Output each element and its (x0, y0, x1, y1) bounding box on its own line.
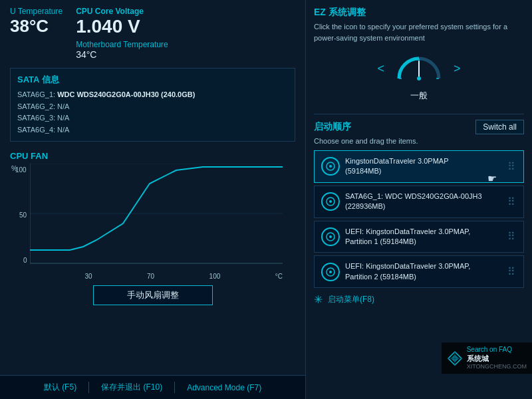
advanced-mode-key-label: (F7) (247, 383, 261, 392)
right-panel: EZ 系统调整 Click the icon to specify your p… (306, 0, 532, 399)
fan-x-labels: 30 70 100 °C (30, 273, 283, 280)
watermark: Search on FAQ 系统城 XITONGCHENG.COM (442, 342, 532, 374)
svg-point-16 (329, 271, 332, 273)
boot-header: 启动顺序 Switch all (314, 120, 524, 134)
boot-icon-1 (321, 157, 340, 176)
watermark-search: Search on FAQ (467, 345, 527, 354)
save-exit-key[interactable]: 保存并退出 (F10) (89, 382, 175, 393)
boot-drag-3[interactable]: ⠿ (507, 230, 517, 243)
boot-name-2: SATA6G_1: WDC WDS240G2G0A-00JH3(228936MB… (345, 192, 502, 212)
fan-y-50: 50 (19, 211, 27, 219)
gauge-svg (392, 49, 446, 85)
svg-point-5 (417, 76, 421, 80)
ez-section: EZ 系统调整 Click the icon to specify your p… (314, 7, 524, 102)
default-key[interactable]: 默认 (F5) (32, 382, 89, 393)
boot-name-3: UEFI: KingstonDataTraveler 3.0PMAP,Parti… (345, 227, 502, 247)
fan-title: CPU FAN (10, 151, 295, 161)
boot-icon-2 (321, 192, 340, 211)
boot-drag-4[interactable]: ⠿ (507, 265, 517, 278)
fan-x-100: 100 (209, 273, 221, 280)
sata-value-1: WDC WDS240G2G0A-00JH30 (240.0GB) (57, 90, 195, 98)
section-divider (314, 114, 524, 114)
gauge-next-button[interactable]: > (454, 62, 461, 76)
save-exit-label: 保存并退出 (101, 382, 141, 392)
boot-item-2[interactable]: SATA6G_1: WDC WDS240G2G0A-00JH3(228936MB… (314, 186, 524, 218)
boot-drag-2[interactable]: ⠿ (507, 196, 517, 208)
fan-y-100: 100 (15, 166, 27, 174)
save-exit-key-label: (F10) (143, 382, 162, 392)
fan-x-30: 30 (84, 273, 92, 280)
mb-temp-label: Motherboard Temperature (76, 40, 295, 49)
boot-menu-label: 启动菜单(F8) (328, 294, 374, 305)
svg-point-12 (329, 200, 332, 203)
main-container: U Temperature 38°C CPU Core Voltage 1.04… (0, 0, 532, 399)
sata-item-2: SATA6G_2: N/A (17, 101, 288, 113)
drag-cursor-1: ☛ (487, 172, 497, 185)
voltage-label: CPU Core Voltage (76, 7, 295, 16)
gauge-prev-button[interactable]: < (377, 62, 384, 76)
fan-x-unit: °C (275, 273, 283, 280)
gauge-label: 一般 (314, 90, 524, 102)
sata-item-3: SATA6G_3: N/A (17, 112, 288, 124)
fan-x-70: 70 (147, 273, 154, 280)
gauge-container: < > (314, 49, 524, 88)
cpu-temp-label: U Temperature (10, 7, 63, 16)
default-key-label: (F5) (62, 382, 76, 392)
svg-point-10 (329, 165, 332, 168)
cpu-temp-group: U Temperature 38°C (10, 7, 63, 37)
sata-section: SATA 信息 SATA6G_1: WDC WDS240G2G0A-00JH30… (10, 68, 295, 142)
watermark-diamond-icon (447, 350, 463, 366)
gauge-display (392, 49, 446, 88)
boot-title: 启动顺序 (314, 121, 351, 133)
ez-desc: Click the icon to specify your preferred… (314, 21, 524, 43)
boot-item-4[interactable]: UEFI: KingstonDataTraveler 3.0PMAP,Parti… (314, 255, 524, 288)
fan-y-0: 0 (23, 257, 27, 264)
svg-point-14 (329, 235, 332, 238)
boot-subtitle: Choose one and drag the items. (314, 137, 524, 145)
bottom-bar: 默认 (F5) 保存并退出 (F10) Advanced Mode (F7) (0, 375, 305, 399)
boot-name-1: KingstonDataTraveler 3.0PMAP(59184MB) (345, 156, 502, 177)
ez-title: EZ 系统调整 (314, 7, 524, 19)
mb-temp-value: 34°C (76, 49, 295, 60)
boot-menu-icon: ✳ (314, 293, 323, 306)
sata-item-4: SATA6G_4: N/A (17, 124, 288, 136)
left-panel: U Temperature 38°C CPU Core Voltage 1.04… (0, 0, 306, 399)
fan-manual-button[interactable]: 手动风扇调整 (93, 285, 213, 305)
boot-icon-3 (321, 227, 340, 246)
fan-section: CPU FAN % 100 50 0 30 (10, 151, 295, 305)
watermark-url: XITONGCHENG.COM (467, 363, 527, 371)
voltage-section: CPU Core Voltage 1.040 V Motherboard Tem… (76, 7, 295, 60)
boot-icon-4 (321, 263, 340, 281)
switch-all-button[interactable]: Switch all (475, 120, 524, 134)
sata-label-1: SATA6G_1: (17, 90, 57, 98)
advanced-mode-key[interactable]: Advanced Mode (F7) (175, 383, 273, 392)
voltage-value: 1.040 V (76, 16, 295, 37)
boot-menu[interactable]: ✳ 启动菜单(F8) (314, 293, 524, 306)
boot-drag-1[interactable]: ⠿ (507, 160, 517, 173)
boot-name-4: UEFI: KingstonDataTraveler 3.0PMAP,Parti… (345, 261, 502, 282)
cpu-temp-value: 38°C (10, 16, 63, 37)
watermark-site-name: 系统城 (467, 354, 527, 363)
advanced-mode-label: Advanced Mode (187, 383, 245, 392)
sata-title: SATA 信息 (17, 74, 288, 86)
boot-item-1[interactable]: KingstonDataTraveler 3.0PMAP(59184MB) ⠿ … (314, 150, 524, 183)
temp-voltage-section: U Temperature 38°C CPU Core Voltage 1.04… (10, 7, 295, 60)
sata-item-1: SATA6G_1: WDC WDS240G2G0A-00JH30 (240.0G… (17, 89, 288, 101)
watermark-text: Search on FAQ 系统城 XITONGCHENG.COM (467, 345, 527, 371)
default-label: 默认 (44, 382, 60, 392)
boot-item-3[interactable]: UEFI: KingstonDataTraveler 3.0PMAP,Parti… (314, 221, 524, 253)
fan-chart (30, 164, 295, 269)
